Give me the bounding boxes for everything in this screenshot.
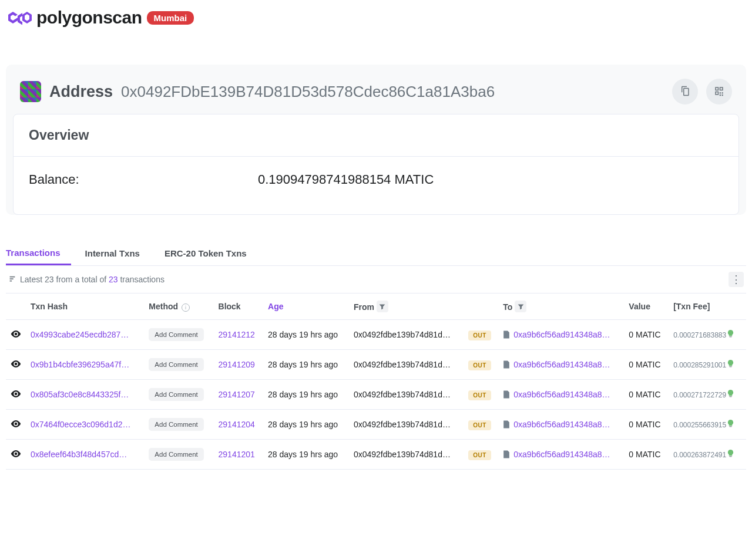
txn-hash-link[interactable]: 0x4993cabe245ecdb287… — [31, 330, 129, 339]
from-cell: 0x0492fdbe139b74d81d… — [349, 440, 464, 470]
more-menu-button[interactable]: ⋮ — [728, 272, 744, 287]
to-address-link[interactable]: 0xa9b6cf56ad914348a8… — [513, 450, 610, 459]
bulb-icon[interactable] — [727, 390, 736, 397]
contract-icon — [503, 420, 511, 429]
direction-badge: OUT — [468, 360, 491, 370]
direction-badge: OUT — [468, 420, 491, 430]
total-txn-link[interactable]: 23 — [109, 275, 118, 284]
eye-icon[interactable] — [11, 390, 21, 398]
value-cell: 0 MATIC — [624, 320, 669, 350]
copy-icon — [680, 86, 690, 98]
method-button[interactable]: Add Comment — [149, 388, 204, 401]
eye-icon[interactable] — [11, 360, 21, 368]
site-header: polygonscan Mumbai — [0, 0, 752, 35]
table-row: 0x7464f0ecce3c096d1d2…Add Comment2914120… — [6, 410, 746, 440]
fee-cell: 0.000285291001 — [673, 361, 726, 369]
balance-label: Balance: — [29, 172, 258, 187]
logo-link[interactable]: polygonscan — [6, 6, 142, 29]
txn-hash-link[interactable]: 0x7464f0ecce3c096d1d2… — [31, 420, 130, 429]
method-button[interactable]: Add Comment — [149, 328, 204, 341]
to-address-link[interactable]: 0xa9b6cf56ad914348a8… — [513, 420, 610, 429]
value-cell: 0 MATIC — [624, 380, 669, 410]
col-value: Value — [624, 294, 669, 320]
svg-rect-4 — [729, 456, 732, 457]
contract-icon — [503, 390, 511, 399]
copy-button[interactable] — [672, 79, 698, 104]
contract-icon — [503, 450, 511, 458]
txn-summary: Latest 23 from a total of 23 transaction… — [8, 275, 164, 285]
svg-rect-3 — [729, 426, 732, 427]
block-link[interactable]: 29141201 — [219, 450, 255, 459]
block-link[interactable]: 29141207 — [219, 390, 255, 399]
col-fee: [Txn Fee] — [669, 294, 746, 320]
from-cell: 0x0492fdbe139b74d81d… — [349, 380, 464, 410]
filter-icon[interactable] — [377, 301, 388, 312]
filter-icon[interactable] — [515, 301, 526, 312]
direction-badge: OUT — [468, 450, 491, 460]
fee-cell: 0.000255663915 — [673, 421, 726, 429]
bulb-icon[interactable] — [727, 330, 736, 338]
svg-rect-1 — [729, 366, 732, 367]
network-badge: Mumbai — [147, 11, 194, 25]
method-button[interactable]: Add Comment — [149, 358, 204, 371]
col-method: Method i — [144, 294, 213, 320]
eye-icon[interactable] — [11, 420, 21, 428]
col-from: From — [349, 294, 464, 320]
col-block: Block — [214, 294, 264, 320]
from-cell: 0x0492fdbe139b74d81d… — [349, 410, 464, 440]
method-button[interactable]: Add Comment — [149, 418, 204, 431]
logo-text: polygonscan — [36, 8, 142, 28]
table-row: 0x9b1b4cbfe396295a47f…Add Comment2914120… — [6, 350, 746, 380]
col-to: To — [498, 294, 624, 320]
transactions-table: Txn Hash Method i Block Age From To Valu… — [6, 293, 746, 470]
block-link[interactable]: 29141209 — [219, 360, 255, 369]
age-cell: 28 days 19 hrs ago — [263, 410, 349, 440]
tab-erc20-token-txns[interactable]: ERC-20 Token Txns — [164, 241, 257, 265]
col-age-toggle[interactable]: Age — [268, 302, 283, 311]
overview-card: Overview Balance: 0.19094798741988154 MA… — [13, 114, 739, 215]
bulb-icon[interactable] — [727, 360, 736, 367]
qr-icon — [714, 86, 724, 98]
txn-hash-link[interactable]: 0x8efeef64b3f48d457cd… — [31, 450, 127, 459]
address-hash: 0x0492FDbE139B74D81D53d578Cdec86C1a81A3b… — [121, 83, 495, 101]
from-cell: 0x0492fdbe139b74d81d… — [349, 320, 464, 350]
svg-rect-0 — [729, 336, 732, 338]
tab-transactions[interactable]: Transactions — [6, 241, 71, 265]
age-cell: 28 days 19 hrs ago — [263, 350, 349, 380]
to-address-link[interactable]: 0xa9b6cf56ad914348a8… — [513, 360, 610, 369]
address-section: Address 0x0492FDbE139B74D81D53d578Cdec86… — [6, 65, 746, 215]
bulb-icon[interactable] — [727, 450, 736, 457]
block-link[interactable]: 29141212 — [219, 330, 255, 339]
age-cell: 28 days 19 hrs ago — [263, 380, 349, 410]
block-link[interactable]: 29141204 — [219, 420, 255, 429]
from-cell: 0x0492fdbe139b74d81d… — [349, 350, 464, 380]
to-address-link[interactable]: 0xa9b6cf56ad914348a8… — [513, 390, 610, 399]
txn-hash-link[interactable]: 0x9b1b4cbfe396295a47f… — [31, 360, 129, 369]
polygon-logo-icon — [6, 6, 34, 29]
overview-title: Overview — [14, 114, 738, 157]
qr-button[interactable] — [706, 79, 732, 104]
eye-icon[interactable] — [11, 450, 21, 458]
table-row: 0x8efeef64b3f48d457cd…Add Comment2914120… — [6, 440, 746, 470]
fee-cell: 0.000263872491 — [673, 451, 726, 459]
age-cell: 28 days 19 hrs ago — [263, 440, 349, 470]
address-avatar — [20, 81, 41, 102]
txn-hash-link[interactable]: 0x805af3c0e8c8443325f… — [31, 390, 129, 399]
method-button[interactable]: Add Comment — [149, 448, 204, 461]
fee-cell: 0.000271722729 — [673, 391, 726, 399]
bulb-icon[interactable] — [727, 420, 736, 427]
eye-icon[interactable] — [11, 330, 21, 338]
tab-internal-txns[interactable]: Internal Txns — [85, 241, 150, 265]
balance-value: 0.19094798741988154 MATIC — [258, 172, 723, 187]
svg-rect-2 — [729, 396, 732, 397]
tab-bar: Transactions Internal Txns ERC-20 Token … — [6, 241, 746, 266]
value-cell: 0 MATIC — [624, 350, 669, 380]
info-icon[interactable]: i — [182, 303, 190, 312]
value-cell: 0 MATIC — [624, 440, 669, 470]
direction-badge: OUT — [468, 330, 491, 340]
sort-icon — [8, 275, 16, 285]
table-row: 0x805af3c0e8c8443325f…Add Comment2914120… — [6, 380, 746, 410]
direction-badge: OUT — [468, 390, 491, 400]
table-row: 0x4993cabe245ecdb287…Add Comment29141212… — [6, 320, 746, 350]
to-address-link[interactable]: 0xa9b6cf56ad914348a8… — [513, 330, 610, 339]
